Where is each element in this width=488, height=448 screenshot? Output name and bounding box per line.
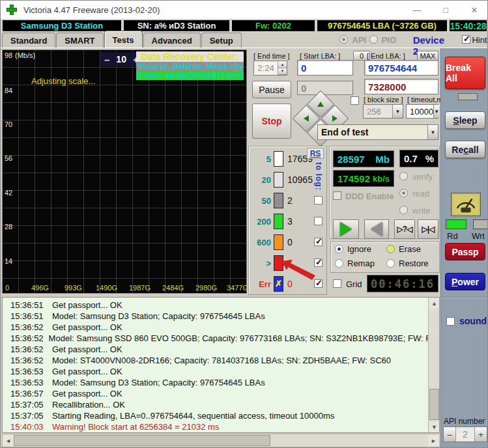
legend-color-swatch xyxy=(274,193,283,208)
timeout-combo[interactable]: 10000 ▼ xyxy=(406,104,438,119)
tab-advanced[interactable]: Advanced xyxy=(143,33,201,48)
rs-link[interactable]: RS xyxy=(307,148,324,159)
end-lba-input[interactable]: 976754644 xyxy=(364,60,438,76)
remap-radio[interactable] xyxy=(335,259,343,268)
read-radio[interactable] xyxy=(399,189,408,197)
speed-value: 174592 xyxy=(337,173,370,184)
scroll-right-icon[interactable]: ► xyxy=(428,435,439,446)
y-axis-unit: (Mb/s) xyxy=(15,51,35,59)
victoria-app-window: Victoria 4.47 Freeware (2013-02-20) — □ … xyxy=(0,0,488,448)
log-text: Get passport... OK xyxy=(52,367,122,378)
verify-radio[interactable] xyxy=(399,172,408,180)
log-text: Model: Samsung SSD 860 EVO 500GB; Capaci… xyxy=(49,333,440,344)
ddd-enable-label: DDD Enable xyxy=(345,191,394,201)
up-arrow-icon xyxy=(317,102,324,107)
max-lba-button[interactable]: MAX xyxy=(417,51,438,61)
minimize-button[interactable]: — xyxy=(403,1,431,19)
log-text: Get passport... OK xyxy=(52,322,122,333)
log-horizontal-scrollbar[interactable]: ◄ ► xyxy=(2,434,440,447)
log-200-checkbox[interactable] xyxy=(314,217,323,225)
block-size-combo[interactable]: 256 ▼ xyxy=(363,104,403,119)
start-button[interactable] xyxy=(333,219,359,239)
ignore-radio[interactable] xyxy=(335,245,343,253)
log-panel[interactable]: 15:36:51Get passport... OK 15:36:51Model… xyxy=(2,297,440,433)
zoom-out-button[interactable]: – xyxy=(104,54,109,65)
scroll-down-icon[interactable]: ▼ xyxy=(429,421,440,432)
restore-label: Restore xyxy=(399,259,429,268)
recall-button[interactable]: Recall xyxy=(445,141,485,158)
recall-pre: Re xyxy=(452,145,463,155)
sound-checkbox[interactable] xyxy=(446,317,455,326)
tab-tests[interactable]: Tests xyxy=(104,31,143,48)
app-icon xyxy=(7,5,17,15)
legend-color-swatch xyxy=(274,214,283,229)
erase-radio[interactable] xyxy=(386,245,395,253)
legend-row: 5 17659 xyxy=(253,150,313,167)
log-time: 15:36:52 xyxy=(10,322,47,333)
scan-to-end-button[interactable]: ▷|◁ xyxy=(418,219,438,239)
scroll-left-icon[interactable]: ◄ xyxy=(3,435,14,446)
spinner-arrows[interactable]: ▲▼ xyxy=(278,61,287,75)
ddd-enable-checkbox[interactable] xyxy=(333,191,341,200)
horizontal-scroll-thumb[interactable] xyxy=(14,435,270,446)
start-lba-input[interactable]: 0 xyxy=(297,60,353,76)
write-radio[interactable] xyxy=(399,206,408,214)
end-action-value: End of test xyxy=(318,125,427,139)
api-radio[interactable] xyxy=(339,35,348,44)
pause-button[interactable]: Pause xyxy=(252,81,291,98)
scan-question-icon: ▷?◁ xyxy=(397,225,412,234)
break-all-button[interactable]: Break All xyxy=(445,57,485,89)
legend-count: 3 xyxy=(287,216,293,227)
hints-checkbox[interactable] xyxy=(462,35,470,44)
log-50-checkbox[interactable] xyxy=(314,196,323,204)
activity-led xyxy=(458,93,478,100)
log-line: 15:36:51Model: Samsung D3 Station; Capac… xyxy=(3,311,420,322)
percent-unit: % xyxy=(425,153,434,164)
pio-radio[interactable] xyxy=(369,35,378,44)
passport-button[interactable]: Passp xyxy=(445,243,485,260)
log-text: Model: Samsung D3 Station; Capacity: 976… xyxy=(52,378,265,389)
drive-model[interactable]: Samsung D3 Station xyxy=(2,20,122,32)
close-button[interactable]: ✕ xyxy=(460,1,488,19)
log-line: 15:37:05Starting Reading, LBA=0..9767546… xyxy=(3,411,420,422)
annotation-arrow-icon xyxy=(279,256,317,281)
sleep-button[interactable]: Sleep xyxy=(445,111,485,129)
dropdown-arrow-icon[interactable]: ▼ xyxy=(392,105,403,118)
scroll-up-icon[interactable]: ▲ xyxy=(429,298,440,309)
tab-smart[interactable]: SMART xyxy=(56,33,103,48)
end-action-combo[interactable]: End of test ▼ xyxy=(317,124,438,140)
api-number-minus-button[interactable]: – xyxy=(444,427,455,441)
grid-checkbox[interactable] xyxy=(333,279,341,288)
scan-question-button[interactable]: ▷?◁ xyxy=(394,219,415,239)
tab-standard[interactable]: Standard xyxy=(2,33,55,48)
step-back-button[interactable] xyxy=(364,219,389,239)
tab-setup[interactable]: Setup xyxy=(201,33,242,48)
legend-speed-label: > xyxy=(253,259,271,268)
grid-label: Grid xyxy=(346,279,362,289)
current-block-field[interactable]: 7328000 xyxy=(364,79,438,94)
speed-graph[interactable]: 98 (Mb/s) 84 70 56 42 28 14 0 496G 993G … xyxy=(2,49,247,294)
api-number-stepper: – 2 + xyxy=(443,427,487,442)
clock: 15:40:28 xyxy=(449,20,487,32)
dropdown-arrow-icon[interactable]: ▼ xyxy=(433,105,439,118)
log-600-checkbox[interactable] xyxy=(314,238,323,246)
log-text: Warning! Block start at 6256384 = 21032 … xyxy=(52,422,219,433)
end-time-spinner[interactable]: 2:24 ▲▼ xyxy=(253,61,287,76)
log-vertical-scrollbar[interactable]: ▲ ▼ xyxy=(428,298,439,432)
maximize-button[interactable]: □ xyxy=(431,1,460,19)
sidebar: Break All Sleep Recall Rd Wrt Passp Powe… xyxy=(440,48,488,448)
restore-radio[interactable] xyxy=(386,259,395,268)
dropdown-arrow-icon[interactable]: ▼ xyxy=(427,125,438,139)
api-number-plus-button[interactable]: + xyxy=(475,427,487,441)
power-button[interactable]: Power xyxy=(445,273,485,290)
log-time: 15:36:53 xyxy=(10,367,47,378)
x-tick: 2484G xyxy=(162,284,184,292)
vertical-scroll-thumb[interactable] xyxy=(429,389,439,420)
stop-button[interactable]: Stop xyxy=(252,104,291,139)
window-controls: — □ ✕ xyxy=(403,1,488,19)
sleep-key: S xyxy=(453,115,459,126)
timeout-value: 10000 xyxy=(407,105,433,118)
api-label: API xyxy=(352,35,366,45)
legend-error-label: Err xyxy=(253,279,271,289)
seek-option-checkbox[interactable] xyxy=(351,96,359,105)
